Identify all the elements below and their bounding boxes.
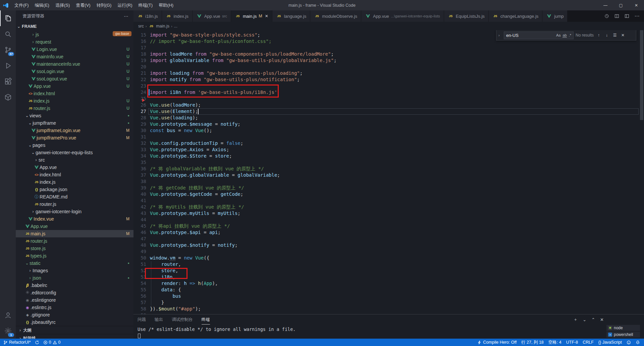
tree-item-maintenanceInfo.vue[interactable]: maintenanceInfo.vueU: [16, 60, 133, 68]
status-sync[interactable]: [35, 340, 39, 345]
tree-item-Images[interactable]: ›Images: [16, 267, 133, 274]
code-line[interactable]: Vue.prototype.$notify = notify;: [150, 242, 237, 248]
terminal-dropdown-icon[interactable]: ⌄: [583, 317, 586, 322]
status-feedback[interactable]: [627, 340, 631, 345]
tree-item-json[interactable]: ›json●: [16, 274, 133, 282]
find-in-selection-icon[interactable]: ☰: [612, 33, 618, 38]
line-number[interactable]: 58: [133, 306, 146, 312]
tree-section-frame[interactable]: ⌄ FRAME: [16, 22, 133, 31]
line-number[interactable]: 30: [133, 127, 146, 134]
maximize-panel-icon[interactable]: ⌃: [591, 317, 595, 322]
tree-item-ganwei-iotcenter-equip-lists[interactable]: ⌄ganwei-iotcenter-equip-lists: [16, 149, 133, 156]
find-input[interactable]: en-US Aa ab .*: [504, 32, 574, 39]
line-number[interactable]: 36: [133, 166, 146, 172]
find-next-icon[interactable]: ↓: [604, 33, 610, 38]
maximize-button[interactable]: ▢: [613, 0, 629, 10]
split-editor-icon[interactable]: [612, 10, 621, 22]
code-line[interactable]: Vue.use(loadMore);: [150, 102, 201, 108]
tree-item-.jsbeautifyrc[interactable]: {}.jsbeautifyrc: [16, 319, 133, 326]
tree-item-ssoLogout.vue[interactable]: ssoLogout.vueU: [16, 75, 133, 82]
line-number[interactable]: 20: [133, 64, 146, 70]
code-line[interactable]: Vue.prototype.$getCode = getCode;: [150, 191, 243, 197]
editor-scrollbar[interactable]: [640, 30, 643, 120]
sidebar-more-icon[interactable]: ⋯: [124, 13, 129, 19]
line-number[interactable]: 17: [133, 45, 146, 51]
tree-item-jumpIframeLogin.vue[interactable]: jumpIframeLogin.vueM: [16, 127, 133, 134]
tree-item-App.vue[interactable]: App.vueU: [16, 82, 133, 90]
line-number[interactable]: 28: [133, 115, 146, 121]
find-close-icon[interactable]: ✕: [620, 33, 626, 38]
menu-item-选择[interactable]: 选择(S): [52, 0, 73, 10]
code-editor[interactable]: › en-US Aa ab .* No results ↑ ↓ ☰ ✕ 15im…: [133, 30, 644, 314]
code-line[interactable]: window.vm = new Vue({: [150, 255, 209, 261]
status-language-mode[interactable]: {} JavaScript: [598, 340, 622, 345]
status-eol[interactable]: CRLF: [583, 340, 594, 345]
status-notifications[interactable]: [636, 340, 640, 345]
code-line[interactable]: import globalVariable from "gw-base-util…: [150, 57, 336, 64]
tree-item-App.vue[interactable]: App.vue: [16, 223, 133, 230]
menu-item-运行[interactable]: 运行(R): [114, 0, 135, 10]
line-number[interactable]: 56: [133, 293, 146, 299]
more-icon[interactable]: ⋯: [633, 10, 641, 22]
tree-item-ssoLogin.vue[interactable]: ssoLogin.vueU: [16, 68, 133, 75]
code-line[interactable]: bus: [150, 293, 181, 299]
tree-item-.gitignore[interactable]: ◈.gitignore: [16, 311, 133, 319]
tree-item-request[interactable]: ›request: [16, 38, 133, 46]
settings-icon[interactable]: 1: [0, 323, 16, 339]
panel-tab-问题[interactable]: 问题: [138, 314, 146, 325]
tab-close-icon[interactable]: ✕: [265, 14, 268, 18]
tab-jump[interactable]: jump: [542, 10, 568, 22]
vscode-logo-icon[interactable]: [0, 0, 11, 10]
status-git-branch[interactable]: RefactorUI*: [3, 340, 31, 345]
tab-App.vue[interactable]: App.vuesrc: [193, 10, 231, 22]
find-query-text[interactable]: en-US: [506, 33, 554, 38]
tree-item-index.html[interactable]: <>index.html: [16, 90, 133, 97]
status-cursor-position[interactable]: 行 27, 列 18: [521, 340, 544, 345]
code-line[interactable]: // import "gw-base-font-plus/iconfont.cs…: [150, 38, 271, 45]
line-number[interactable]: 45: [133, 223, 146, 229]
line-number[interactable]: 43: [133, 210, 146, 217]
tree-item-router.js[interactable]: JSrouter.js: [16, 200, 133, 208]
line-number[interactable]: 54: [133, 280, 146, 287]
status-encoding[interactable]: UTF-8: [566, 340, 578, 345]
code-line[interactable]: data: {: [150, 287, 181, 293]
tab-main.js[interactable]: JSmain.jsM✕: [231, 10, 272, 22]
tab-changeLanguage.js[interactable]: JSchangeLanguage.js: [489, 10, 543, 22]
code-line[interactable]: /* 将 globalVariable 挂载到 vue 的原型上 */: [150, 166, 264, 172]
terminal-item-powershell[interactable]: >powershell: [606, 332, 640, 338]
tree-item-pages[interactable]: ⌄pages: [16, 141, 133, 149]
menu-item-编辑[interactable]: 编辑(E): [32, 0, 52, 10]
status-indentation[interactable]: 空格: 4: [548, 340, 561, 345]
line-number[interactable]: 22: [133, 76, 146, 83]
tree-item-router.js[interactable]: JSrouter.js: [16, 237, 133, 245]
code-line[interactable]: Vue.use(Element);: [150, 108, 198, 115]
line-number[interactable]: 47: [133, 236, 146, 242]
whole-word-icon[interactable]: ab: [562, 33, 567, 38]
match-case-icon[interactable]: Aa: [556, 33, 560, 37]
new-terminal-icon[interactable]: ＋: [573, 316, 578, 323]
line-number[interactable]: 29: [133, 121, 146, 127]
tab-moduleObserve.js[interactable]: JSmoduleObserve.js: [310, 10, 361, 22]
line-number[interactable]: 26: [133, 102, 146, 108]
menu-item-帮助[interactable]: 帮助(H): [156, 0, 176, 10]
panel-tab-终端[interactable]: 终端: [202, 314, 210, 325]
tree-item-Login.vue[interactable]: Login.vueU: [16, 46, 133, 53]
line-number[interactable]: 24: [133, 89, 146, 96]
line-number[interactable]: 15: [133, 32, 146, 38]
line-number[interactable]: 50: [133, 255, 146, 261]
line-number[interactable]: 38: [133, 178, 146, 185]
tree-section-timeline[interactable]: ›时间线: [16, 334, 133, 339]
find-previous-icon[interactable]: ↑: [596, 33, 602, 38]
account-icon[interactable]: [0, 307, 16, 323]
line-number[interactable]: 34: [133, 153, 146, 159]
code-line[interactable]: import loading from "gw-base-components-…: [150, 70, 303, 76]
tree-item-js[interactable]: ›jsgw-base: [16, 31, 133, 38]
code-line[interactable]: Vue.prototype.myUtils = myUtils;: [150, 210, 240, 217]
minimize-button[interactable]: —: [598, 0, 613, 10]
tab-index.js[interactable]: JSindex.js: [162, 10, 193, 22]
line-number[interactable]: 44: [133, 217, 146, 223]
code-line[interactable]: /* 将 myUtils 挂载到 vue 的原型上 */: [150, 204, 244, 210]
line-number[interactable]: 18: [133, 51, 146, 57]
line-number[interactable]: 53: [133, 274, 146, 280]
tree-item-index.js[interactable]: JSindex.js: [16, 178, 133, 186]
